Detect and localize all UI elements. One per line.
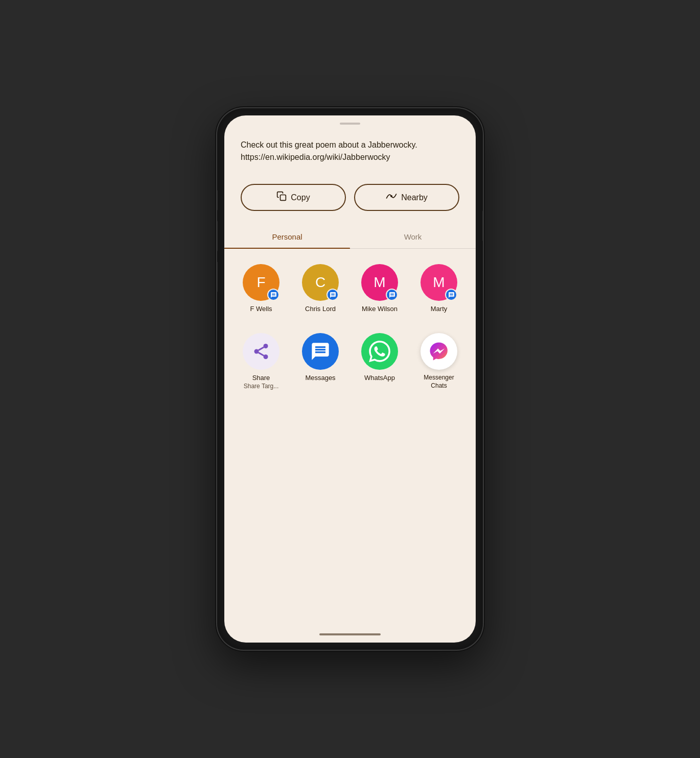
copy-icon bbox=[276, 191, 287, 204]
home-indicator[interactable] bbox=[319, 633, 381, 635]
contact-marty[interactable]: M Marty bbox=[410, 259, 468, 318]
whatsapp-app-icon bbox=[361, 333, 398, 370]
messages-app-icon bbox=[302, 333, 339, 370]
tab-work[interactable]: Work bbox=[350, 225, 476, 248]
app-messenger[interactable]: MessengerChats bbox=[410, 328, 468, 395]
messenger-app-icon bbox=[421, 333, 457, 370]
app-name-messenger: MessengerChats bbox=[424, 374, 454, 390]
contact-name-marty: Marty bbox=[431, 305, 448, 313]
volume-up-button bbox=[217, 221, 218, 251]
contacts-grid: F F Wells C bbox=[224, 249, 476, 323]
avatar-wrapper-f-wells: F bbox=[243, 264, 279, 301]
contact-name-mike-wilson: Mike Wilson bbox=[362, 305, 398, 313]
share-app-icon bbox=[243, 333, 279, 370]
action-buttons: Copy Nearby bbox=[224, 174, 476, 221]
contact-mike-wilson[interactable]: M Mike Wilson bbox=[351, 259, 408, 318]
svg-rect-0 bbox=[281, 195, 286, 201]
svg-point-2 bbox=[264, 344, 268, 348]
app-name-messages: Messages bbox=[305, 374, 335, 383]
phone-screen: Check out this great poem about a Jabber… bbox=[224, 115, 476, 643]
nearby-label: Nearby bbox=[401, 193, 428, 202]
avatar-wrapper-mike-wilson: M bbox=[361, 264, 398, 301]
phone-frame: Check out this great poem about a Jabber… bbox=[217, 108, 483, 650]
svg-point-4 bbox=[264, 354, 268, 359]
app-messages[interactable]: Messages bbox=[292, 328, 349, 395]
app-name-whatsapp: WhatsApp bbox=[364, 374, 395, 383]
avatar-wrapper-chris-lord: C bbox=[302, 264, 339, 301]
volume-down-button bbox=[217, 262, 218, 292]
share-content: Check out this great poem about a Jabber… bbox=[224, 125, 476, 174]
svg-point-1 bbox=[390, 195, 392, 197]
copy-label: Copy bbox=[291, 193, 310, 202]
app-name-share: Share bbox=[244, 374, 278, 383]
svg-line-5 bbox=[259, 347, 264, 350]
silent-button bbox=[217, 190, 218, 210]
nearby-icon bbox=[386, 192, 397, 203]
power-button bbox=[482, 210, 483, 241]
nearby-button[interactable]: Nearby bbox=[354, 184, 459, 211]
tabs: Personal Work bbox=[224, 225, 476, 249]
contact-chris-lord[interactable]: C Chris Lord bbox=[292, 259, 349, 318]
svg-point-3 bbox=[254, 349, 259, 354]
apps-grid: Share Share Targ... Messages bbox=[224, 323, 476, 406]
app-subtitle-share: Share Targ... bbox=[244, 383, 278, 391]
app-share[interactable]: Share Share Targ... bbox=[232, 328, 290, 395]
copy-button[interactable]: Copy bbox=[241, 184, 346, 211]
messages-badge-mike-wilson bbox=[386, 289, 398, 301]
app-whatsapp[interactable]: WhatsApp bbox=[351, 328, 408, 395]
share-message: Check out this great poem about a Jabber… bbox=[241, 139, 459, 163]
messages-badge-f-wells bbox=[267, 289, 279, 301]
svg-line-6 bbox=[259, 352, 264, 356]
messages-badge-chris-lord bbox=[326, 289, 339, 301]
avatar-wrapper-marty: M bbox=[421, 264, 457, 301]
contact-name-f-wells: F Wells bbox=[250, 305, 272, 313]
contact-name-chris-lord: Chris Lord bbox=[305, 305, 336, 313]
contact-f-wells[interactable]: F F Wells bbox=[232, 259, 290, 318]
tab-personal[interactable]: Personal bbox=[224, 225, 350, 248]
messages-badge-marty bbox=[445, 289, 457, 301]
